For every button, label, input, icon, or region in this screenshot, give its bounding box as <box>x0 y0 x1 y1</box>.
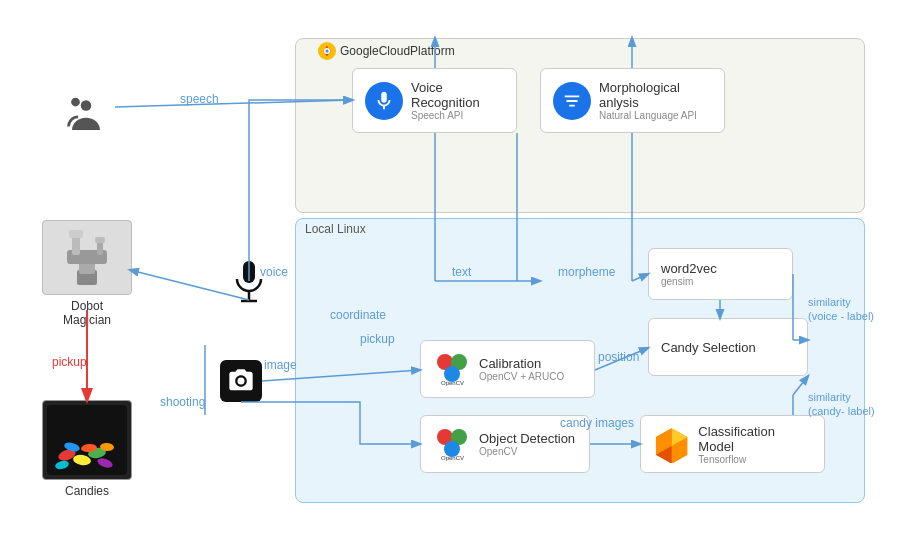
camera-icon <box>227 367 255 395</box>
dobot-box: Dobot Magician <box>42 220 132 327</box>
shooting-label: shooting <box>160 395 205 409</box>
classification-box: Classification Model Tensorflow <box>640 415 825 473</box>
candies-label: Candies <box>65 484 109 498</box>
svg-rect-26 <box>69 230 83 238</box>
voice-recognition-box: Voice Recognition Speech API <box>352 68 517 133</box>
person-icon <box>65 95 107 137</box>
dobot-image <box>42 220 132 295</box>
pickup-label: pickup <box>360 332 395 346</box>
word2vec-title: word2vec <box>661 261 717 276</box>
image-label: image <box>264 358 297 372</box>
word2vec-box: word2vec gensim <box>648 248 793 300</box>
similarity-candy-label: similarity(candy- label) <box>808 390 875 419</box>
morphological-box: Morphological anlysis Natural Language A… <box>540 68 725 133</box>
svg-point-17 <box>71 98 80 107</box>
text-label: text <box>452 265 471 279</box>
gcp-label: GoogleCloudPlatform <box>318 42 455 60</box>
candies-image <box>42 400 132 480</box>
morphological-icon <box>553 82 591 120</box>
calibration-sub: OpenCV + ARUCO <box>479 371 564 382</box>
voice-rec-sub: Speech API <box>411 110 504 121</box>
person-box <box>65 95 107 137</box>
speech-label: speech <box>180 92 219 106</box>
similarity-voice-label: similarity(voice - label) <box>808 295 874 324</box>
svg-text:OpenCV: OpenCV <box>441 380 464 386</box>
voice-recognition-icon <box>365 82 403 120</box>
word2vec-sub: gensim <box>661 276 717 287</box>
svg-point-21 <box>238 378 245 385</box>
classif-sub: Tensorflow <box>698 454 812 465</box>
candies-box: Candies <box>42 400 132 498</box>
candy-sel-title: Candy Selection <box>661 340 756 355</box>
dobot-title: Dobot Magician <box>63 299 111 327</box>
pickup-red-label: pickup <box>52 355 87 369</box>
camera-box <box>220 360 262 402</box>
classif-title: Classification Model <box>698 424 812 454</box>
candy-images-label: candy images <box>560 416 634 430</box>
tensorflow-icon <box>653 425 690 463</box>
svg-rect-28 <box>95 237 105 243</box>
candy-selection-box: Candy Selection <box>648 318 808 376</box>
obj-detect-title: Object Detection <box>479 431 575 446</box>
svg-text:OpenCV: OpenCV <box>441 455 464 461</box>
svg-point-2 <box>326 50 329 53</box>
svg-point-16 <box>81 100 92 111</box>
obj-detect-sub: OpenCV <box>479 446 575 457</box>
diagram-container: GoogleCloudPlatform Local Linux Voice Re… <box>0 0 900 555</box>
coordinate-label: coordinate <box>330 308 386 322</box>
linux-label: Local Linux <box>305 222 366 236</box>
svg-rect-18 <box>243 261 255 283</box>
morpho-title: Morphological anlysis <box>599 80 712 110</box>
microphone-box <box>228 255 270 307</box>
calibration-box: OpenCV Calibration OpenCV + ARUCO <box>420 340 595 398</box>
morpheme-label: morpheme <box>558 265 615 279</box>
calibration-title: Calibration <box>479 356 564 371</box>
voice-label: voice <box>260 265 288 279</box>
morpho-sub: Natural Language API <box>599 110 712 121</box>
gcp-icon <box>318 42 336 60</box>
opencv-calibration-icon: OpenCV <box>433 350 471 388</box>
opencv-objdetect-icon: OpenCV <box>433 425 471 463</box>
voice-rec-title: Voice Recognition <box>411 80 504 110</box>
position-label: position <box>598 350 639 364</box>
gcp-text: GoogleCloudPlatform <box>340 44 455 58</box>
